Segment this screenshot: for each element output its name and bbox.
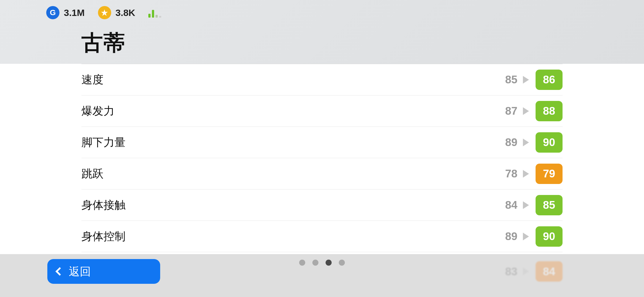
- page-dot[interactable]: [326, 260, 332, 266]
- page-dot[interactable]: [339, 260, 345, 266]
- arrow-right-icon: [523, 201, 529, 209]
- stat-row[interactable]: 爆发力8788: [81, 95, 563, 127]
- stat-new-blurred: 84: [536, 261, 563, 282]
- stat-label: 身体接触: [81, 197, 498, 213]
- stat-new-value: 86: [536, 70, 563, 90]
- stat-new-value: 79: [536, 164, 563, 184]
- signal-icon: [148, 8, 161, 18]
- stat-label: 脚下力量: [81, 135, 498, 150]
- player-name: 古蒂: [81, 29, 125, 57]
- coin-icon: ★: [98, 6, 111, 19]
- stat-row[interactable]: 身体控制8990: [81, 221, 563, 252]
- coin-value: 3.8K: [116, 7, 135, 18]
- stat-base-blurred: 83: [498, 265, 517, 278]
- arrow-right-icon: [523, 170, 529, 178]
- back-button-label: 返回: [69, 264, 91, 279]
- arrow-right-icon: [523, 268, 529, 275]
- gp-value: 3.1M: [64, 7, 85, 18]
- stat-new-value: 85: [536, 195, 563, 215]
- stat-new-value: 90: [536, 226, 563, 247]
- stat-row[interactable]: 速度8586: [81, 64, 563, 95]
- stat-row[interactable]: 身体接触8485: [81, 189, 563, 221]
- currency-coins[interactable]: ★ 3.8K: [98, 6, 135, 19]
- gp-icon: G: [46, 6, 59, 19]
- stat-base-value: 89: [498, 136, 517, 148]
- stat-label: 速度: [81, 72, 498, 87]
- stat-new-value: 90: [536, 132, 563, 153]
- stat-row[interactable]: 脚下力量8990: [81, 127, 563, 158]
- page-dot[interactable]: [299, 260, 305, 266]
- arrow-right-icon: [523, 233, 529, 240]
- stat-base-value: 84: [498, 199, 517, 211]
- stat-base-value: 85: [498, 73, 517, 86]
- stat-base-value: 87: [498, 105, 517, 117]
- stats-panel[interactable]: 速度8586爆发力8788脚下力量8990跳跃7879身体接触8485身体控制8…: [0, 64, 644, 254]
- page-indicator[interactable]: [299, 260, 345, 266]
- stat-label: 爆发力: [81, 103, 498, 119]
- stat-new-value: 88: [536, 101, 563, 121]
- currency-gp[interactable]: G 3.1M: [46, 6, 85, 19]
- stat-base-value: 78: [498, 167, 517, 180]
- currency-bar: G 3.1M ★ 3.8K: [46, 6, 161, 19]
- arrow-right-icon: [523, 107, 529, 115]
- stat-base-value: 89: [498, 230, 517, 243]
- back-button[interactable]: 返回: [47, 259, 160, 284]
- arrow-right-icon: [523, 76, 529, 84]
- stat-row[interactable]: 跳跃7879: [81, 158, 563, 189]
- stat-label: 跳跃: [81, 166, 498, 181]
- stat-label: 身体控制: [81, 229, 498, 244]
- page-dot[interactable]: [312, 260, 318, 266]
- chevron-left-icon: [55, 267, 64, 276]
- arrow-right-icon: [523, 139, 529, 146]
